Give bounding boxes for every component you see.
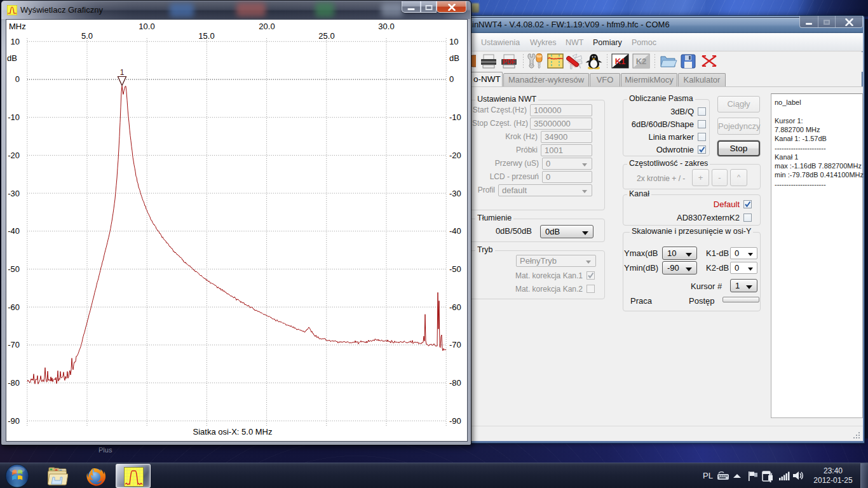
svg-text:-40: -40: [449, 226, 461, 236]
svg-text:-80: -80: [449, 378, 461, 388]
svg-text:-50: -50: [8, 264, 20, 274]
svg-text:-70: -70: [449, 340, 461, 349]
svg-text:-20: -20: [8, 151, 20, 160]
svg-text:-40: -40: [8, 226, 20, 236]
svg-text:-60: -60: [8, 302, 20, 312]
svg-text:K1: K1: [615, 57, 626, 66]
svg-text:-30: -30: [8, 189, 20, 198]
svg-text:-80: -80: [8, 378, 20, 388]
svg-text:-30: -30: [449, 189, 461, 198]
svg-text:0: 0: [449, 74, 454, 84]
svg-text:-50: -50: [449, 264, 461, 274]
svg-text:-90: -90: [8, 416, 20, 426]
svg-text:15.0: 15.0: [198, 31, 214, 41]
svg-text:30.0: 30.0: [378, 22, 394, 31]
svg-text:-10: -10: [8, 112, 20, 122]
svg-text:-10: -10: [449, 112, 461, 122]
svg-text:10: 10: [11, 37, 20, 46]
svg-text:-60: -60: [449, 302, 461, 312]
svg-text:25.0: 25.0: [318, 31, 334, 41]
svg-text:-20: -20: [449, 151, 461, 160]
svg-text:Siatka osi-X: 5.0 MHz: Siatka osi-X: 5.0 MHz: [193, 427, 273, 437]
svg-text:PDF: PDF: [503, 58, 515, 65]
svg-text:-70: -70: [8, 340, 20, 349]
svg-text:K2: K2: [636, 57, 647, 66]
svg-text:-90: -90: [449, 416, 461, 426]
svg-text:5.0: 5.0: [81, 31, 93, 41]
svg-text:10.0: 10.0: [139, 22, 154, 31]
svg-text:dB: dB: [7, 53, 17, 63]
svg-text:20.0: 20.0: [259, 22, 275, 31]
svg-text:dB: dB: [449, 53, 459, 63]
svg-text:10: 10: [449, 37, 458, 46]
svg-text:MHz: MHz: [9, 22, 26, 31]
svg-text:1: 1: [120, 68, 125, 77]
svg-text:0: 0: [15, 74, 20, 84]
